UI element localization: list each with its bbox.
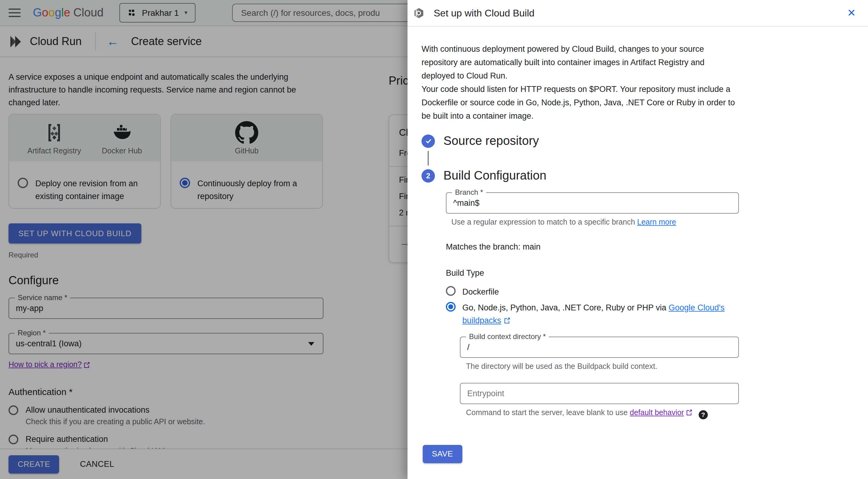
help-icon[interactable]: ?: [699, 410, 708, 419]
google-cloud-console: Google Cloud Prakhar 1 ▾ Cloud Run: [0, 0, 868, 479]
branch-input[interactable]: [446, 198, 738, 208]
panel-header: Set up with Cloud Build ✕: [407, 0, 868, 27]
close-icon[interactable]: ✕: [845, 5, 859, 21]
entrypoint-field[interactable]: [460, 383, 739, 404]
step-2-badge: 2: [422, 169, 435, 182]
entrypoint-helper-text: Command to start the server, leave blank…: [466, 408, 630, 417]
step-source-repository[interactable]: Source repository: [422, 134, 868, 148]
dockerfile-radio[interactable]: [446, 286, 456, 296]
panel-intro-2: Your code should listen for HTTP request…: [422, 83, 735, 123]
save-button[interactable]: SAVE: [423, 445, 462, 463]
branch-helper-text: Use a regular expression to match to a s…: [452, 218, 637, 227]
external-link-icon: [686, 409, 693, 416]
branch-field[interactable]: Branch *: [446, 192, 739, 214]
buildpacks-radio[interactable]: [446, 302, 456, 312]
step-connector: [428, 151, 429, 166]
branch-helper: Use a regular expression to match to a s…: [452, 218, 868, 227]
default-behavior-link[interactable]: default behavior: [630, 408, 684, 417]
panel-intro-1: With continuous deployment powered by Cl…: [422, 43, 735, 83]
entrypoint-input[interactable]: [461, 389, 738, 398]
cloud-build-icon: [413, 7, 425, 19]
cloud-build-setup-panel: Set up with Cloud Build ✕ With continuou…: [407, 0, 868, 479]
build-context-directory-input[interactable]: [461, 343, 738, 352]
setup-steps: Source repository 2 Build Configuration: [422, 134, 868, 182]
dockerfile-label: Dockerfile: [462, 285, 499, 298]
build-context-directory-field[interactable]: Build context directory *: [460, 337, 739, 358]
build-context-directory-label: Build context directory *: [466, 332, 549, 341]
step-check-icon: [422, 134, 435, 147]
panel-body: With continuous deployment powered by Cl…: [407, 27, 868, 463]
buildpacks-label: Go, Node.js, Python, Java, .NET Core, Ru…: [462, 301, 732, 327]
build-type-label: Build Type: [446, 268, 868, 278]
build-type-buildpacks-option[interactable]: Go, Node.js, Python, Java, .NET Core, Ru…: [446, 301, 732, 327]
learn-more-link[interactable]: Learn more: [637, 218, 676, 227]
panel-title: Set up with Cloud Build: [434, 8, 845, 19]
build-configuration-form: Branch * Use a regular expression to mat…: [446, 192, 868, 419]
buildpacks-label-prefix: Go, Node.js, Python, Java, .NET Core, Ru…: [462, 303, 669, 312]
external-link-icon: [503, 317, 510, 324]
entrypoint-helper: Command to start the server, leave blank…: [466, 408, 868, 419]
step-build-configuration[interactable]: 2 Build Configuration: [422, 169, 868, 182]
build-type-dockerfile-option[interactable]: Dockerfile: [446, 285, 732, 298]
build-context-helper: The directory will be used as the Buildp…: [466, 362, 868, 371]
branch-match-result: Matches the branch: main: [446, 242, 868, 251]
step-source-repository-title: Source repository: [443, 134, 539, 148]
step-build-configuration-title: Build Configuration: [443, 169, 547, 182]
branch-label: Branch *: [452, 188, 486, 197]
